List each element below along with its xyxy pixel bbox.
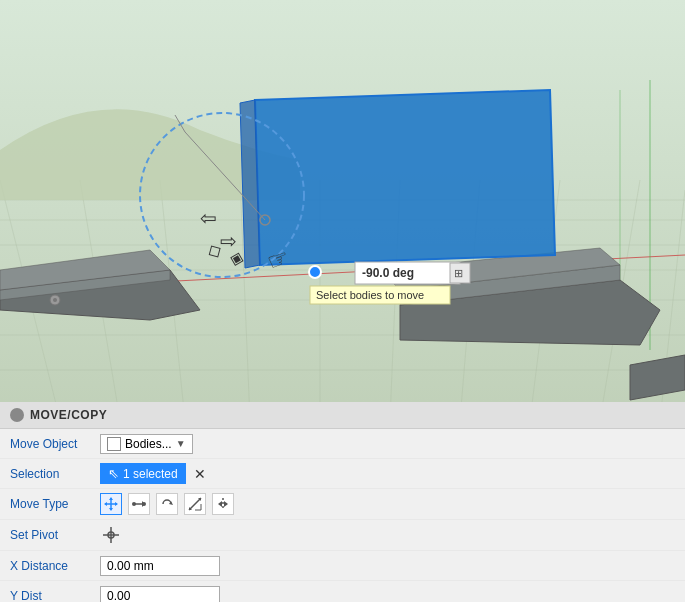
move-object-row: Move Object Bodies... ▼ — [0, 429, 685, 459]
y-distance-label: Y Dist — [10, 589, 100, 603]
move-type-row: Move Type — [0, 489, 685, 520]
move-type-mirror-icon[interactable] — [212, 493, 234, 515]
set-pivot-button[interactable] — [100, 524, 122, 546]
svg-text:⊞: ⊞ — [454, 267, 463, 279]
svg-marker-67 — [224, 501, 228, 507]
dropdown-value: Bodies... — [125, 437, 172, 451]
selection-clear-button[interactable]: ✕ — [194, 466, 206, 482]
y-distance-content — [100, 586, 675, 603]
svg-marker-53 — [104, 502, 107, 506]
selection-button[interactable]: ⇖ 1 selected — [100, 463, 186, 484]
svg-text:-90.0 deg: -90.0 deg — [362, 266, 414, 280]
y-distance-row: Y Dist — [0, 581, 685, 602]
x-distance-content — [100, 556, 675, 576]
svg-marker-51 — [109, 497, 113, 500]
svg-marker-52 — [109, 508, 113, 511]
panel-content: Move Object Bodies... ▼ Selection ⇖ 1 se… — [0, 429, 685, 602]
set-pivot-label: Set Pivot — [10, 528, 100, 542]
panel-title: MOVE/COPY — [30, 408, 107, 422]
move-object-label: Move Object — [10, 437, 100, 451]
svg-marker-58 — [142, 501, 145, 507]
move-object-dropdown[interactable]: Bodies... ▼ — [100, 434, 193, 454]
3d-viewport[interactable]: ⇦ ⇨ ◇ ◈ ☞ -90.0 deg ⊞ Select bodies to m… — [0, 0, 685, 420]
x-distance-row: X Distance — [0, 551, 685, 581]
dropdown-arrow-icon: ▼ — [176, 438, 186, 449]
move-object-content: Bodies... ▼ — [100, 434, 675, 454]
y-distance-input[interactable] — [100, 586, 220, 603]
cursor-icon: ⇖ — [108, 466, 119, 481]
move-type-icons — [100, 493, 234, 515]
svg-marker-66 — [218, 501, 222, 507]
move-type-label: Move Type — [10, 497, 100, 511]
move-type-translate-icon[interactable] — [100, 493, 122, 515]
x-distance-input[interactable] — [100, 556, 220, 576]
svg-point-26 — [53, 298, 57, 302]
panel-header: MOVE/COPY — [0, 402, 685, 429]
move-type-point-icon[interactable] — [128, 493, 150, 515]
selection-row: Selection ⇖ 1 selected ✕ — [0, 459, 685, 489]
svg-point-56 — [132, 502, 136, 506]
svg-line-60 — [189, 498, 201, 510]
move-copy-panel: MOVE/COPY Move Object Bodies... ▼ Select… — [0, 402, 685, 602]
grid-canvas: ⇦ ⇨ ◇ ◈ ☞ -90.0 deg ⊞ Select bodies to m… — [0, 0, 685, 420]
svg-point-42 — [309, 266, 321, 278]
svg-text:⇦: ⇦ — [200, 207, 217, 229]
svg-marker-31 — [255, 90, 555, 265]
selection-content: ⇖ 1 selected ✕ — [100, 463, 675, 484]
x-distance-label: X Distance — [10, 559, 100, 573]
set-pivot-content — [100, 524, 675, 546]
dropdown-icon — [107, 437, 121, 451]
move-type-scale-icon[interactable] — [184, 493, 206, 515]
set-pivot-row: Set Pivot — [0, 520, 685, 551]
move-type-rotate-icon[interactable] — [156, 493, 178, 515]
panel-close-icon[interactable] — [10, 408, 24, 422]
move-type-content — [100, 493, 675, 515]
selection-label: Selection — [10, 467, 100, 481]
svg-marker-54 — [115, 502, 118, 506]
selection-text: 1 selected — [123, 467, 178, 481]
svg-text:Select bodies to move: Select bodies to move — [316, 289, 424, 301]
